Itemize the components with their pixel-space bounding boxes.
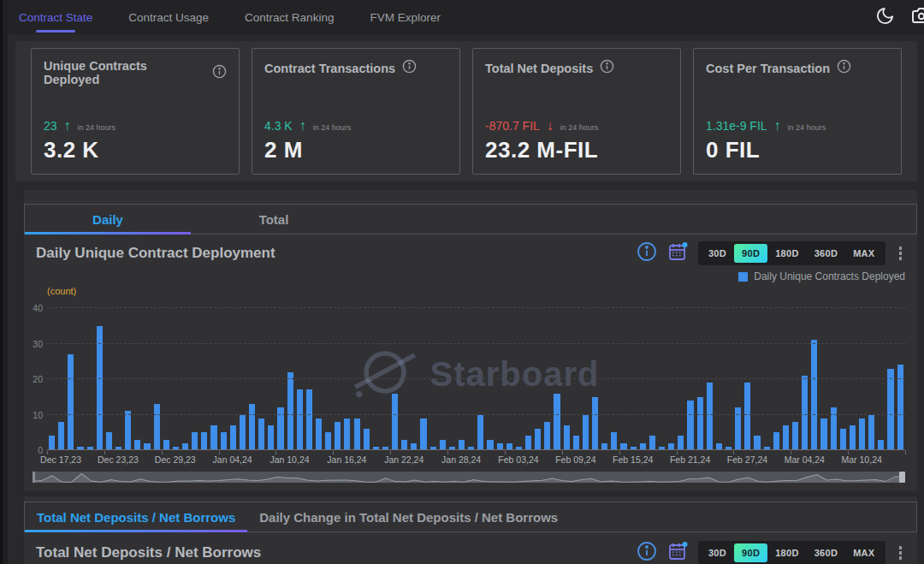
nav-tab-fvm-explorer[interactable]: FVM Explorer bbox=[370, 0, 441, 34]
x-tick bbox=[905, 451, 906, 454]
x-tick-label: Feb 09,24 bbox=[555, 454, 595, 465]
tab-total-net-deposits[interactable]: Total Net Deposits / Net Borrows bbox=[25, 502, 247, 531]
bars bbox=[47, 308, 905, 450]
deposits-tabs: Total Net Deposits / Net Borrows Daily C… bbox=[24, 502, 917, 532]
x-axis-labels: Dec 17,23Dec 23,23Dec 29,23Jan 04,24Jan … bbox=[47, 451, 905, 466]
bar bbox=[49, 436, 55, 450]
screenshot-camera-icon[interactable] bbox=[910, 5, 924, 29]
bar bbox=[783, 425, 789, 450]
up-arrow-icon: ↑ bbox=[64, 118, 71, 134]
range-360d-button[interactable]: 360D bbox=[807, 244, 846, 263]
navigator-right-handle[interactable] bbox=[899, 472, 905, 483]
stat-big-value: 0 FIL bbox=[706, 137, 889, 163]
info-icon[interactable] bbox=[637, 241, 657, 265]
nav-tab-contract-ranking[interactable]: Contract Ranking bbox=[245, 0, 334, 34]
range-90d-button[interactable]: 90D bbox=[734, 244, 767, 263]
range-30d-button[interactable]: 30D bbox=[701, 543, 734, 562]
chart-legend[interactable]: Daily Unique Contracts Deployed bbox=[24, 265, 917, 282]
down-arrow-icon: ↓ bbox=[547, 118, 554, 134]
stat-period: in 24 hours bbox=[560, 123, 599, 132]
up-arrow-icon: ↑ bbox=[774, 118, 781, 134]
bar bbox=[773, 432, 779, 450]
calendar-icon[interactable] bbox=[667, 241, 688, 265]
info-icon[interactable] bbox=[402, 59, 417, 77]
top-nav: Contract State Contract Usage Contract R… bbox=[0, 0, 924, 34]
stat-title: Unique Contracts Deployed bbox=[44, 59, 205, 86]
info-icon[interactable] bbox=[837, 59, 851, 77]
tab-daily[interactable]: Daily bbox=[25, 205, 191, 234]
stat-big-value: 3.2 K bbox=[44, 137, 227, 163]
y-tick-label: 40 bbox=[24, 303, 43, 313]
legend-swatch bbox=[738, 272, 748, 282]
range-max-button[interactable]: MAX bbox=[845, 543, 882, 562]
bar bbox=[240, 415, 246, 451]
bar bbox=[201, 432, 207, 450]
bar bbox=[420, 419, 426, 450]
range-30d-button[interactable]: 30D bbox=[701, 244, 734, 263]
stats-panel: Unique Contracts Deployed 23 ↑ in 24 hou… bbox=[15, 41, 917, 181]
x-tick-label: Mar 10,24 bbox=[842, 454, 882, 465]
x-tick-label: Jan 04,24 bbox=[213, 454, 252, 465]
gridline bbox=[47, 414, 905, 415]
stat-card-unique-contracts: Unique Contracts Deployed 23 ↑ in 24 hou… bbox=[31, 48, 240, 175]
bar bbox=[287, 372, 293, 450]
x-tick-label: Dec 29,23 bbox=[155, 454, 196, 465]
bar bbox=[525, 436, 531, 450]
stat-period: in 24 hours bbox=[788, 123, 826, 132]
tab-total[interactable]: Total bbox=[191, 205, 357, 234]
bar bbox=[802, 376, 808, 450]
bar bbox=[744, 383, 750, 450]
chart-controls: 30D 90D 180D 360D MAX bbox=[637, 241, 905, 265]
more-options-kebab-icon[interactable] bbox=[896, 245, 906, 262]
bar bbox=[154, 404, 160, 450]
bar bbox=[649, 436, 655, 450]
range-180d-button[interactable]: 180D bbox=[767, 244, 807, 263]
more-options-kebab-icon[interactable] bbox=[896, 544, 906, 561]
info-icon[interactable] bbox=[637, 541, 657, 564]
up-arrow-icon: ↑ bbox=[299, 118, 306, 134]
bar bbox=[535, 429, 541, 450]
legend-label: Daily Unique Contracts Deployed bbox=[754, 270, 905, 282]
stat-card-cost-per-transaction: Cost Per Transaction 1.31e-9 FIL ↑ in 24… bbox=[693, 48, 902, 175]
gridline bbox=[47, 343, 905, 344]
range-180d-button[interactable]: 180D bbox=[767, 543, 807, 562]
bar bbox=[354, 419, 360, 450]
navigator-left-handle[interactable] bbox=[33, 472, 35, 483]
deposits-chart-controls: 30D 90D 180D 360D MAX bbox=[637, 541, 905, 564]
bar bbox=[325, 432, 331, 450]
tab-daily-change-net-deposits[interactable]: Daily Change in Total Net Deposits / Net… bbox=[247, 502, 570, 531]
bar bbox=[840, 429, 846, 450]
bar bbox=[792, 422, 798, 450]
range-90d-button[interactable]: 90D bbox=[734, 543, 767, 562]
bar bbox=[249, 404, 255, 450]
bar bbox=[268, 425, 274, 450]
bar bbox=[868, 415, 874, 451]
calendar-icon[interactable] bbox=[667, 541, 688, 564]
bar bbox=[477, 415, 483, 451]
bar bbox=[820, 419, 826, 450]
x-tick-label: Mar 04,24 bbox=[785, 454, 825, 465]
x-tick-label: Feb 15,24 bbox=[613, 454, 653, 465]
y-tick-label: 10 bbox=[24, 410, 43, 420]
stat-change-value: 4.3 K bbox=[264, 119, 293, 133]
y-axis-unit-label: (count) bbox=[47, 286, 917, 296]
nav-tab-contract-usage[interactable]: Contract Usage bbox=[128, 0, 209, 34]
deposits-chart-panel: Total Net Deposits / Net Borrows Daily C… bbox=[24, 496, 917, 564]
dark-mode-moon-icon[interactable] bbox=[875, 6, 895, 29]
stat-change-value: 23 bbox=[44, 119, 57, 133]
data-zoom-navigator[interactable] bbox=[33, 472, 905, 483]
stat-big-value: 23.2 M-FIL bbox=[485, 137, 668, 163]
x-tick-label: Jan 10,24 bbox=[270, 454, 309, 465]
info-icon[interactable] bbox=[212, 64, 227, 82]
x-axis-line bbox=[47, 449, 905, 450]
bar bbox=[707, 383, 713, 450]
bar bbox=[106, 432, 112, 450]
info-icon[interactable] bbox=[600, 59, 614, 77]
range-360d-button[interactable]: 360D bbox=[807, 543, 846, 562]
range-max-button[interactable]: MAX bbox=[845, 244, 882, 263]
nav-tab-contract-state[interactable]: Contract State bbox=[19, 0, 92, 34]
bar bbox=[306, 389, 312, 450]
stat-period: in 24 hours bbox=[78, 123, 116, 132]
bar-chart-plot[interactable]: Starboard 010203040 bbox=[47, 308, 905, 450]
bar bbox=[297, 389, 303, 450]
